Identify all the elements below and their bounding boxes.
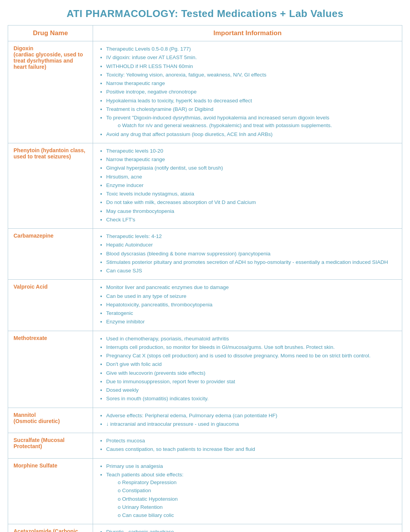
list-item: Causes constipation, so teach patients t… (106, 445, 396, 453)
drug-name: Digoxin (cardiac glycoside, used to trea… (14, 45, 87, 70)
drug-info-cell: Protects mucosaCauses constipation, so t… (93, 433, 402, 459)
list-item: Therapeutic levels 10-20 (106, 147, 396, 155)
drug-name-cell: Phenytoin (hydantoin class, used to trea… (8, 143, 93, 228)
list-item: Can cause SJS (106, 267, 396, 275)
list-item: Do not take with milk, decreases absorpt… (106, 199, 396, 206)
sub-list-item: Urinary Retention (118, 503, 396, 511)
list-item: Enzyme inhibitor (106, 318, 396, 326)
drug-name: Morphine Sulfate (14, 462, 87, 469)
drug-name-cell: Methotrexate (8, 331, 93, 408)
list-item: Hepatotoxicity, pancreatitis, thrombocyt… (106, 301, 396, 309)
list-item: Hepatic Autoinducer (106, 241, 396, 249)
drug-name-cell: Morphine Sulfate (8, 458, 93, 524)
list-item: May cause thrombocytopenia (106, 207, 396, 215)
list-item: Don't give with folic acid (106, 360, 396, 368)
list-item: WITHHOLD if HR LESS THAN 60min (106, 63, 396, 70)
list-item: Narrow therapeutic range (106, 156, 396, 163)
list-item: Teratogenic (106, 309, 396, 317)
table-body: Digoxin (cardiac glycoside, used to trea… (8, 41, 402, 532)
list-item: Protects mucosa (106, 437, 396, 445)
drug-info-cell: Therapeutic levels: 4-12Hepatic Autoindu… (93, 229, 402, 280)
list-item: Stimulates posterior pituitary and promo… (106, 258, 396, 266)
table-row: Acetazolamide (Carbonic Anhydrase Inhibi… (8, 524, 402, 532)
drug-info-cell: Therapeutic Levels 0.5-0.8 (Pg. 177)IV d… (93, 41, 402, 143)
list-item: Hypokalemia leads to toxicity, hyperK le… (106, 97, 396, 105)
list-item: Blood dyscrasias (bleeding & bone marrow… (106, 250, 396, 258)
drug-info-cell: Used in chemotherapy, psoriasis, rheumat… (93, 331, 402, 408)
table-row: Mannitol (Osmotic diuretic)Adverse effec… (8, 408, 402, 433)
list-item: Interrupts cell production, so monitor f… (106, 343, 396, 351)
drug-name: Phenytoin (hydantoin class, used to trea… (14, 147, 87, 160)
page-title: ATI PHARMACOLOGY: Tested Medications + L… (8, 8, 402, 20)
drug-info-cell: Adverse effects: Peripheral edema, Pulmo… (93, 408, 402, 433)
list-item: Gingival hyperplasia (notify dentist, us… (106, 164, 396, 172)
list-item: Sores in mouth (stomatitis) indicates to… (106, 395, 396, 403)
list-item: Can be used in any type of seizure (106, 292, 396, 300)
table-header: Drug Name Important Information (8, 25, 402, 41)
col-important-info: Important Information (93, 25, 402, 41)
list-item: Positive inotrope, negative chronotrope (106, 88, 396, 96)
drug-name-cell: Digoxin (cardiac glycoside, used to trea… (8, 41, 93, 143)
table-row: Digoxin (cardiac glycoside, used to trea… (8, 41, 402, 143)
drug-info-cell: Therapeutic levels 10-20Narrow therapeut… (93, 143, 402, 228)
list-item: To prevent "Digoxin-induced dysrythmias,… (106, 114, 396, 130)
list-item: Therapeutic Levels 0.5-0.8 (Pg. 177) (106, 45, 396, 53)
list-item: Treatment is cholestyramine (BAR) or Dig… (106, 105, 396, 113)
list-item: Enzyme inducer (106, 182, 396, 189)
list-item: Check LFT's (106, 216, 396, 224)
table-row: Phenytoin (hydantoin class, used to trea… (8, 143, 402, 228)
table-row: CarbamazepineTherapeutic levels: 4-12Hep… (8, 229, 402, 280)
list-item: Teach patients about side effects:Respir… (106, 471, 396, 520)
drug-name: Carbamazepine (14, 233, 87, 239)
list-item: Hirsutism, acne (106, 173, 396, 181)
list-item: Diuretic - carbonic anhydrase (106, 528, 396, 532)
table-row: Morphine SulfatePrimary use is analgesia… (8, 458, 402, 524)
list-item: Due to immunosuppression, report fever t… (106, 378, 396, 386)
table-row: Valproic AcidMonitor liver and pancreati… (8, 280, 402, 331)
list-item: Toxic levels include nystagmus, ataxia (106, 190, 396, 198)
drug-name-cell: Carbamazepine (8, 229, 93, 280)
drug-name: Acetazolamide (Carbonic Anhydrase Inhibi… (14, 528, 87, 532)
list-item: Monitor liver and pancreatic enzymes due… (106, 284, 396, 291)
sub-list-item: Orthostatic Hypotension (118, 495, 396, 503)
drug-name: Sucralfate (Mucosal Protectant) (14, 437, 87, 449)
list-item: Give with leucovorin (prevents side effe… (106, 369, 396, 377)
list-item: Used in chemotherapy, psoriasis, rheumat… (106, 335, 396, 343)
drug-name-cell: Acetazolamide (Carbonic Anhydrase Inhibi… (8, 524, 93, 532)
drug-name: Valproic Acid (14, 284, 87, 290)
list-item: Dosed weekly (106, 386, 396, 394)
sub-list-item: Watch for n/v and general weakness. (hyp… (118, 122, 396, 129)
sub-list-item: Constipation (118, 487, 396, 495)
table-row: MethotrexateUsed in chemotherapy, psoria… (8, 331, 402, 408)
list-item: Adverse effects: Peripheral edema, Pulmo… (106, 412, 396, 420)
sub-list-item: Respiratory Depression (118, 479, 396, 486)
drug-name: Methotrexate (14, 335, 87, 341)
drug-info-cell: Diuretic - carbonic anhydraseUsed to dec… (93, 524, 402, 532)
list-item: Narrow therapeutic range (106, 80, 396, 87)
drug-name-cell: Mannitol (Osmotic diuretic) (8, 408, 93, 433)
list-item: ↓ intracranial and intraocular pressure … (106, 420, 396, 428)
list-item: IV digoxin: infuse over AT LEAST 5min. (106, 54, 396, 61)
list-item: Therapeutic levels: 4-12 (106, 233, 396, 240)
list-item: Toxicity: Yellowing vision, anorexia, fa… (106, 71, 396, 79)
drug-info-cell: Primary use is analgesiaTeach patients a… (93, 458, 402, 524)
drug-name-cell: Sucralfate (Mucosal Protectant) (8, 433, 93, 459)
col-drug-name: Drug Name (8, 25, 93, 41)
table-row: Sucralfate (Mucosal Protectant)Protects … (8, 433, 402, 459)
drug-name: Mannitol (Osmotic diuretic) (14, 412, 87, 424)
list-item: Avoid any drug that affect potassium (lo… (106, 131, 396, 138)
list-item: Primary use is analgesia (106, 462, 396, 470)
main-table: Drug Name Important Information Digoxin … (8, 25, 402, 532)
drug-name-cell: Valproic Acid (8, 280, 93, 331)
list-item: Pregnancy Cat X (stops cell production) … (106, 352, 396, 360)
drug-info-cell: Monitor liver and pancreatic enzymes due… (93, 280, 402, 331)
sub-list-item: Can cause biliary colic (118, 512, 396, 519)
